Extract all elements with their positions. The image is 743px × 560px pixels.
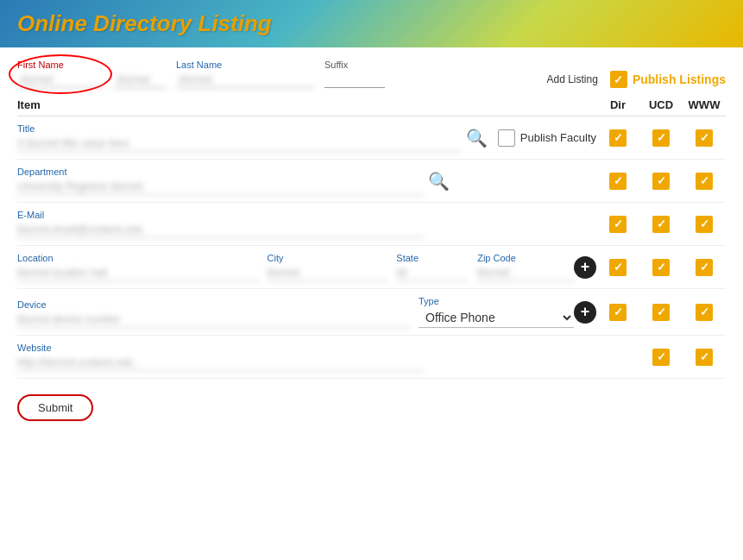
title-label: Title bbox=[17, 123, 461, 134]
email-content: E-Mail blurred.email@ucdavis.edu bbox=[17, 210, 424, 238]
device-label: Device bbox=[17, 299, 410, 310]
website-ucd-checkbox[interactable] bbox=[652, 349, 670, 366]
device-add-button[interactable]: + bbox=[574, 301, 596, 324]
department-row: Department University Registrar blurred … bbox=[17, 160, 726, 203]
publish-faculty-label: Publish Faculty bbox=[520, 131, 596, 144]
website-ucd-cell bbox=[639, 349, 683, 366]
page-title: Online Directory Listing bbox=[17, 10, 272, 36]
state-value: blr bbox=[396, 265, 469, 281]
add-listing-button[interactable]: Add Listing bbox=[547, 73, 598, 85]
device-type-fields: Device blurred device number Type Office… bbox=[17, 296, 574, 328]
department-label: Department bbox=[17, 167, 423, 177]
website-value: http://blurred.ucdavis.edu bbox=[17, 355, 424, 371]
table-header: Item Dir UCD WWW bbox=[17, 97, 726, 116]
department-content: Department University Registrar blurred bbox=[17, 167, 423, 195]
department-value: University Registrar blurred bbox=[17, 179, 423, 195]
website-www-checkbox[interactable] bbox=[696, 349, 713, 366]
email-label: E-Mail bbox=[17, 210, 424, 220]
website-www-cell bbox=[683, 349, 726, 366]
th-item-spacer: Item bbox=[17, 97, 596, 112]
publish-faculty-checkbox[interactable] bbox=[498, 129, 515, 147]
middle-name-group bbox=[114, 70, 166, 88]
title-www-checkbox[interactable] bbox=[696, 129, 713, 147]
location-www-cell bbox=[683, 259, 726, 276]
device-ucd-cell bbox=[639, 304, 683, 321]
city-value: blurred bbox=[268, 265, 388, 281]
device-www-checkbox[interactable] bbox=[696, 304, 713, 321]
device-dir-cell bbox=[596, 304, 639, 321]
dept-dir-checkbox[interactable] bbox=[609, 173, 627, 190]
dept-www-checkbox[interactable] bbox=[696, 173, 713, 190]
city-label: City bbox=[268, 253, 388, 263]
email-row: E-Mail blurred.email@ucdavis.edu bbox=[17, 203, 726, 246]
last-name-input[interactable] bbox=[176, 72, 314, 88]
last-name-group: Last Name bbox=[176, 60, 314, 88]
location-label: Location bbox=[17, 253, 259, 263]
location-value: blurred location hall bbox=[17, 265, 259, 281]
location-fields: Location blurred location hall City blur… bbox=[17, 253, 574, 281]
website-content: Website http://blurred.ucdavis.edu bbox=[17, 343, 424, 371]
zip-value: blurred bbox=[477, 265, 574, 281]
main-content: First Name Last Name Suffix Add Listing … bbox=[0, 47, 743, 438]
location-row: Location blurred location hall City blur… bbox=[17, 246, 726, 289]
first-name-group: First Name bbox=[17, 60, 104, 88]
department-search-icon[interactable]: 🔍 bbox=[428, 171, 450, 192]
device-field: Device blurred device number bbox=[17, 299, 410, 328]
submit-button[interactable]: Submit bbox=[17, 394, 93, 421]
website-row: Website http://blurred.ucdavis.edu bbox=[17, 336, 726, 379]
middle-name-input[interactable] bbox=[114, 72, 166, 88]
type-select[interactable]: Office Phone Cell Phone Fax bbox=[419, 308, 574, 328]
location-field: Location blurred location hall bbox=[17, 253, 259, 281]
location-dir-checkbox[interactable] bbox=[609, 259, 627, 276]
col-header-www: WWW bbox=[683, 98, 726, 111]
title-dir-cell bbox=[596, 129, 639, 147]
dept-www-cell bbox=[683, 173, 726, 190]
type-label: Type bbox=[419, 296, 574, 306]
email-ucd-checkbox[interactable] bbox=[652, 216, 670, 233]
publish-listings-label: Publish Listings bbox=[633, 72, 726, 86]
location-ucd-cell bbox=[639, 259, 683, 276]
location-dir-cell bbox=[596, 259, 639, 276]
location-www-checkbox[interactable] bbox=[696, 259, 713, 276]
first-name-label: First Name bbox=[17, 60, 104, 70]
city-field: City blurred bbox=[268, 253, 388, 281]
location-content: Location blurred location hall City blur… bbox=[17, 253, 574, 281]
device-ucd-checkbox[interactable] bbox=[652, 304, 670, 321]
location-ucd-checkbox[interactable] bbox=[652, 259, 670, 276]
dept-dir-cell bbox=[596, 173, 639, 190]
last-name-label: Last Name bbox=[176, 60, 314, 70]
device-content: Device blurred device number Type Office… bbox=[17, 296, 574, 328]
col-header-ucd: UCD bbox=[639, 98, 683, 111]
col-header-item: Item bbox=[17, 98, 41, 111]
type-select-wrapper: Type Office Phone Cell Phone Fax bbox=[419, 296, 574, 328]
email-dir-cell bbox=[596, 216, 639, 233]
title-ucd-checkbox[interactable] bbox=[652, 129, 670, 147]
publish-listings-checkbox[interactable] bbox=[610, 71, 627, 88]
first-name-input[interactable] bbox=[17, 72, 104, 88]
website-label: Website bbox=[17, 343, 424, 353]
device-www-cell bbox=[683, 304, 726, 321]
device-row: Device blurred device number Type Office… bbox=[17, 289, 726, 336]
email-www-cell bbox=[683, 216, 726, 233]
header: Online Directory Listing bbox=[0, 0, 743, 47]
state-field: State blr bbox=[396, 253, 469, 281]
dept-ucd-cell bbox=[639, 173, 683, 190]
dept-ucd-checkbox[interactable] bbox=[652, 173, 670, 190]
device-dir-checkbox[interactable] bbox=[609, 304, 627, 321]
title-ucd-cell bbox=[639, 129, 683, 147]
email-dir-checkbox[interactable] bbox=[609, 216, 627, 233]
device-value: blurred device number bbox=[17, 311, 410, 328]
name-fields-row: First Name Last Name Suffix Add Listing … bbox=[17, 60, 726, 88]
title-search-icon[interactable]: 🔍 bbox=[466, 128, 488, 148]
title-dir-checkbox[interactable] bbox=[609, 129, 627, 147]
title-content: Title A blurred title value here bbox=[17, 123, 461, 152]
email-ucd-cell bbox=[639, 216, 683, 233]
email-value: blurred.email@ucdavis.edu bbox=[17, 222, 424, 238]
title-www-cell bbox=[683, 129, 726, 147]
top-right-actions: Add Listing Publish Listings bbox=[547, 71, 727, 88]
location-add-button[interactable]: + bbox=[574, 256, 596, 279]
publish-listings-area: Publish Listings bbox=[610, 71, 726, 88]
suffix-label: Suffix bbox=[324, 60, 394, 70]
suffix-input[interactable] bbox=[324, 72, 385, 88]
email-www-checkbox[interactable] bbox=[696, 216, 713, 233]
